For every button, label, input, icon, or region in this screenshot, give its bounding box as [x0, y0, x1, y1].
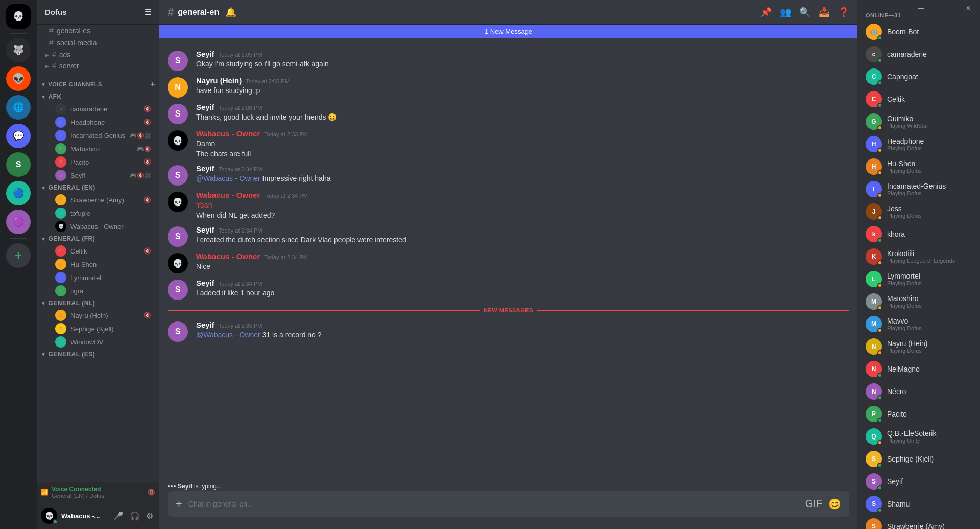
member-name: Sephige (Kjell)	[887, 455, 972, 463]
voice-member-nayru[interactable]: N Nayru (Hein) 🔇	[41, 309, 155, 322]
server-header[interactable]: Dofus ☰	[37, 0, 159, 25]
voice-member-headphone[interactable]: H Headphone 🔇	[41, 116, 155, 129]
voice-connected-info: Voice Connected General (EN) / Dofus	[52, 486, 104, 499]
member-item-pacito[interactable]: P Pacito	[862, 403, 976, 425]
message-header: Seyif Today at 2:34 PM	[196, 279, 849, 287]
new-message-banner[interactable]: 1 New Message	[159, 25, 857, 38]
voice-member-tofupie[interactable]: t tofupie	[41, 206, 155, 220]
mention[interactable]: @Wabacus - Owner	[196, 331, 260, 339]
server-icon-teal[interactable]: 🔵	[6, 181, 31, 205]
voice-member-seyif[interactable]: S Seyif 🎮🔇🎥	[41, 169, 155, 182]
disconnect-icon[interactable]: 📵	[148, 489, 155, 496]
general-nl-section[interactable]: ▼ General (NL)	[37, 297, 159, 309]
server-icon-wolf[interactable]: 🐺	[6, 38, 31, 62]
minimize-button[interactable]: —	[910, 0, 933, 16]
message-input[interactable]	[188, 494, 799, 514]
server-icon-discord[interactable]: 💬	[6, 124, 31, 148]
pin-icon[interactable]: 📌	[760, 7, 772, 18]
member-item-shamu[interactable]: S Shamu	[862, 493, 976, 515]
voice-member-strawberrie[interactable]: S Strawberrie (Amy) 🔇	[41, 193, 155, 206]
message-header: Nayru (Hein) Today at 2:06 PM	[196, 76, 849, 85]
channel-item-social-media[interactable]: # social-media	[41, 37, 155, 49]
server-icon-reddit[interactable]: 👽	[6, 66, 31, 91]
general-fr-section[interactable]: ▼ General (FR)	[37, 233, 159, 244]
status-dot	[877, 80, 882, 85]
typing-dot-2	[171, 485, 173, 487]
divider-line-right	[537, 310, 849, 311]
general-en-section[interactable]: ▼ General (EN)	[37, 182, 159, 193]
member-item-nelmagno[interactable]: N NelMagno	[862, 358, 976, 380]
afk-section[interactable]: ▼ AFK	[37, 91, 159, 102]
user-bar: 💀 Wabacus -... 🎤 🎧 ⚙	[37, 502, 159, 529]
server-icon-globe[interactable]: 🌐	[6, 95, 31, 120]
mention[interactable]: @Wabacus - Owner	[196, 174, 260, 182]
member-item-hushen[interactable]: H Hu-Shen Playing Dofus	[862, 155, 976, 178]
member-item-matoshiro[interactable]: M Matoshiro Playing Dofus	[862, 290, 976, 313]
server-icon-purple[interactable]: 🟣	[6, 210, 31, 234]
member-item-sephige[interactable]: S Sephige (Kjell)	[862, 448, 976, 470]
voice-member-tigra[interactable]: t tigra	[41, 284, 155, 297]
member-item-lymmortel[interactable]: L Lymmortel Playing Dofus	[862, 268, 976, 290]
member-item-guimiko[interactable]: G Guimiko Playing WildStar	[862, 110, 976, 133]
member-avatar: H	[866, 158, 882, 175]
member-item-camaraderie[interactable]: c camaraderie	[862, 43, 976, 65]
member-avatar: M	[866, 293, 882, 310]
member-item-incarnated[interactable]: I Incarnated-Genius Playing Dofus	[862, 178, 976, 200]
member-item-joss[interactable]: J Joss Playing Dofus	[862, 200, 976, 223]
member-name: Krokotiili	[887, 249, 972, 258]
channel-item-ads[interactable]: ▶ # ads	[41, 49, 155, 60]
member-activity: Playing Dofus	[887, 213, 972, 219]
member-item-qb[interactable]: Q Q.B.-EleSoterik Playing Unity	[862, 425, 976, 448]
voice-member-hushen[interactable]: H Hu-Shen	[41, 258, 155, 271]
message-header: Seyif Today at 2:34 PM	[196, 225, 849, 234]
member-item-capngoat[interactable]: C Capngoat	[862, 65, 976, 88]
voice-member-icons: 🎮🔇🎥	[130, 132, 151, 139]
member-item-strawberrie[interactable]: S Strawberrie (Amy)	[862, 515, 976, 529]
mic-toggle-button[interactable]: 🎤	[111, 509, 126, 523]
maximize-button[interactable]: ☐	[933, 0, 957, 16]
voice-channels-category[interactable]: ▼ VOICE CHANNELS +	[37, 72, 159, 91]
server-icon-s[interactable]: S	[6, 152, 31, 177]
emoji-icon[interactable]: 😊	[828, 498, 841, 510]
bell-icon[interactable]: 🔔	[225, 7, 236, 18]
member-item-necro[interactable]: N Nécro	[862, 380, 976, 403]
member-avatar: M	[866, 316, 882, 332]
voice-member-incarnated[interactable]: I Incarnated-Genius 🎮🔇🎥	[41, 129, 155, 142]
voice-member-wabacus[interactable]: 💀 Wabacus - Owner	[41, 220, 155, 233]
voice-member-sephige[interactable]: S Sephige (Kjell)	[41, 322, 155, 335]
search-icon[interactable]: 🔍	[799, 7, 810, 18]
member-item-mavvo[interactable]: M Mavvo Playing Dofus	[862, 313, 976, 335]
general-es-section[interactable]: ▼ General (ES)	[37, 349, 159, 360]
member-item-boom-bot[interactable]: 🤖 Boom-Bot	[862, 20, 976, 43]
attach-button[interactable]: +	[176, 491, 182, 517]
gif-icon[interactable]: GIF	[805, 498, 822, 510]
mute-icon: 🔇	[144, 105, 151, 112]
add-server-button[interactable]: +	[6, 243, 31, 268]
headset-toggle-button[interactable]: 🎧	[128, 509, 142, 523]
member-item-headphone[interactable]: H Headphone Playing Dofus	[862, 133, 976, 155]
voice-member-celtik[interactable]: C Celtik 🔇	[41, 244, 155, 258]
inbox-icon[interactable]: 📥	[819, 7, 830, 18]
channel-item-general-es[interactable]: # general-es	[41, 25, 155, 37]
members-icon[interactable]: 👥	[780, 7, 791, 18]
close-button[interactable]: ✕	[957, 0, 980, 16]
voice-member-windowdv[interactable]: W WindowDV	[41, 335, 155, 349]
voice-member-lymmortel[interactable]: L Lymmortel	[41, 271, 155, 284]
user-settings-button[interactable]: ⚙	[144, 509, 155, 523]
voice-member-camaraderie[interactable]: c camaraderie 🔇	[41, 102, 155, 116]
add-voice-channel-button[interactable]: +	[150, 80, 155, 89]
voice-member-name: Nayru (Hein)	[70, 312, 108, 319]
help-icon[interactable]: ❓	[838, 7, 849, 18]
message-header: Wabacus - Owner Today at 2:33 PM	[196, 129, 849, 138]
member-item-celtik[interactable]: C Celtik	[862, 88, 976, 110]
category-arrow: ▼	[41, 82, 46, 87]
voice-member-matoshiro[interactable]: M Matoshiro 🎮🔇	[41, 142, 155, 155]
member-item-khora[interactable]: k khora	[862, 223, 976, 245]
server-icon-dofus[interactable]: 💀	[6, 4, 31, 29]
voice-member-pacito[interactable]: P Pacito 🔇	[41, 155, 155, 169]
member-item-krokotiili[interactable]: K Krokotiili Playing League of Legends	[862, 245, 976, 268]
member-item-seyif[interactable]: S Seyif	[862, 470, 976, 493]
channel-item-server[interactable]: ▶ # server	[41, 60, 155, 72]
member-item-nayru[interactable]: N Nayru (Hein) Playing Dofus	[862, 335, 976, 358]
voice-member-avatar: c	[55, 103, 66, 114]
